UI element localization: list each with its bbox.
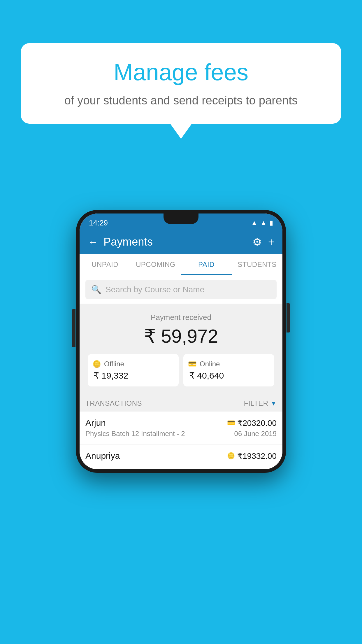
- header-left: ← Payments: [88, 236, 153, 248]
- transaction-amount: ₹20320.00: [237, 418, 277, 428]
- transactions-header: TRANSACTIONS FILTER ▼: [80, 393, 282, 412]
- transaction-row-top: Arjun 💳 ₹20320.00: [85, 418, 277, 428]
- search-input[interactable]: Search by Course or Name: [106, 285, 204, 294]
- transaction-row[interactable]: Arjun 💳 ₹20320.00 Physics Batch 12 Insta…: [80, 412, 282, 444]
- payment-method-icon: 💳: [227, 419, 235, 427]
- payment-received-label: Payment received: [85, 313, 277, 322]
- online-label: Online: [200, 360, 220, 368]
- back-button[interactable]: ←: [88, 236, 98, 248]
- bubble-subtitle: of your students and send receipts to pa…: [38, 92, 324, 108]
- transaction-date: 06 June 2019: [234, 430, 277, 438]
- phone-inner: 14:29 ▲ ▲ ▮ ← Payments ⚙ +: [80, 214, 282, 469]
- filter-icon: ▼: [271, 400, 277, 407]
- online-icon: 💳: [188, 360, 197, 368]
- payment-amount: ₹ 59,972: [85, 326, 277, 347]
- offline-card-header: 🪙 Offline: [92, 360, 174, 368]
- tab-upcoming[interactable]: UPCOMING: [130, 254, 181, 275]
- online-card: 💳 Online ₹ 40,640: [183, 354, 274, 386]
- online-amount: ₹ 40,640: [188, 370, 270, 381]
- search-container: 🔍 Search by Course or Name: [80, 275, 282, 304]
- payment-method-icon: 🪙: [227, 452, 235, 460]
- tab-paid[interactable]: PAID: [181, 254, 232, 275]
- phone-outer: 14:29 ▲ ▲ ▮ ← Payments ⚙ +: [76, 210, 286, 473]
- tab-students[interactable]: STUDENTS: [232, 254, 282, 275]
- status-time: 14:29: [89, 218, 108, 228]
- transaction-amount-wrap: 💳 ₹20320.00: [227, 418, 277, 428]
- battery-icon: ▮: [270, 219, 273, 227]
- payment-summary: Payment received ₹ 59,972 🪙 Offline ₹ 19…: [80, 304, 282, 393]
- payment-cards: 🪙 Offline ₹ 19,332 💳 Online ₹ 40,640: [88, 354, 274, 386]
- offline-icon: 🪙: [92, 360, 101, 368]
- signal-icon: ▲: [260, 219, 267, 227]
- transaction-row-bottom: Physics Batch 12 Installment - 2 06 June…: [85, 430, 277, 438]
- transactions-label: TRANSACTIONS: [85, 399, 142, 407]
- search-bar[interactable]: 🔍 Search by Course or Name: [85, 280, 277, 299]
- add-button[interactable]: +: [268, 236, 274, 248]
- tabs-bar: UNPAID UPCOMING PAID STUDENTS: [80, 254, 282, 275]
- filter-button[interactable]: FILTER ▼: [244, 399, 277, 407]
- settings-icon[interactable]: ⚙: [252, 236, 262, 248]
- header-right: ⚙ +: [252, 236, 274, 248]
- offline-amount: ₹ 19,332: [92, 370, 174, 381]
- app-header: ← Payments ⚙ +: [80, 230, 282, 254]
- tab-unpaid[interactable]: UNPAID: [80, 254, 130, 275]
- transaction-amount: ₹19332.00: [237, 451, 277, 461]
- bubble-title: Manage fees: [38, 60, 324, 85]
- phone-notch: [164, 214, 198, 224]
- offline-label: Offline: [104, 360, 124, 368]
- transaction-detail: Physics Batch 12 Installment - 2: [85, 430, 185, 438]
- transaction-row-top: Anupriya 🪙 ₹19332.00: [85, 451, 277, 461]
- page-title: Payments: [103, 236, 153, 248]
- transaction-row[interactable]: Anupriya 🪙 ₹19332.00: [80, 444, 282, 469]
- filter-label: FILTER: [244, 399, 268, 407]
- status-icons: ▲ ▲ ▮: [251, 219, 273, 227]
- transaction-name: Arjun: [85, 418, 106, 428]
- online-card-header: 💳 Online: [188, 360, 270, 368]
- background: Manage fees of your students and send re…: [0, 0, 362, 644]
- phone-mockup: 14:29 ▲ ▲ ▮ ← Payments ⚙ +: [76, 210, 286, 473]
- transaction-name: Anupriya: [85, 451, 120, 461]
- offline-card: 🪙 Offline ₹ 19,332: [88, 354, 179, 386]
- transaction-amount-wrap: 🪙 ₹19332.00: [227, 451, 277, 461]
- wifi-icon: ▲: [251, 219, 257, 227]
- search-icon: 🔍: [91, 285, 101, 294]
- speech-bubble: Manage fees of your students and send re…: [21, 43, 341, 124]
